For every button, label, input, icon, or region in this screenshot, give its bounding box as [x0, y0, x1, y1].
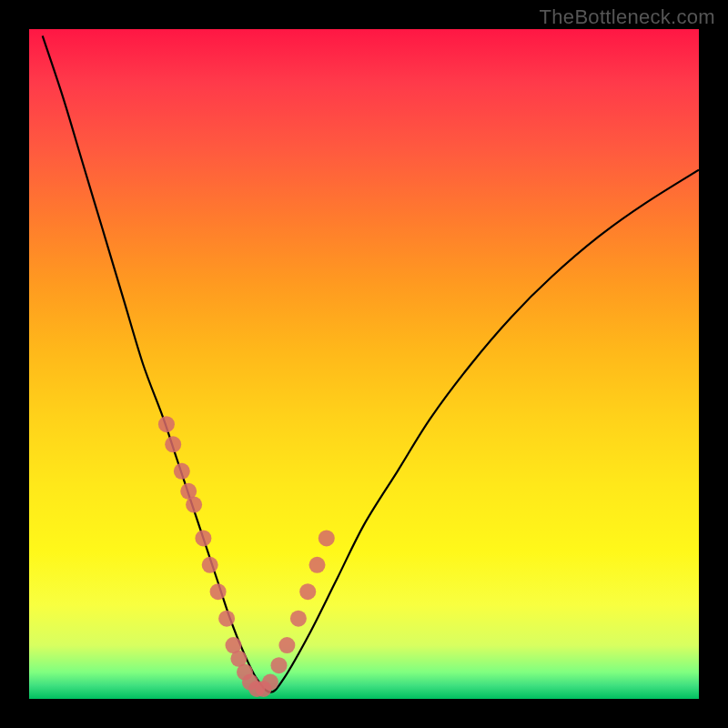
data-marker	[202, 557, 218, 573]
data-marker	[174, 463, 190, 480]
chart-plot-area	[29, 29, 699, 699]
data-marker	[271, 657, 288, 673]
marker-group	[158, 416, 335, 697]
data-marker	[210, 583, 227, 600]
data-marker	[218, 611, 235, 627]
data-marker	[290, 611, 307, 627]
data-marker	[158, 416, 175, 432]
data-marker	[186, 497, 202, 513]
watermark-text: TheBottleneck.com	[540, 5, 715, 29]
data-marker	[318, 530, 335, 546]
data-marker	[278, 637, 295, 653]
data-marker	[262, 674, 278, 691]
bottleneck-curve-line	[43, 35, 699, 692]
chart-svg	[29, 29, 699, 699]
data-marker	[309, 557, 326, 573]
data-marker	[195, 530, 211, 546]
data-marker	[299, 583, 316, 600]
data-marker	[165, 436, 181, 452]
